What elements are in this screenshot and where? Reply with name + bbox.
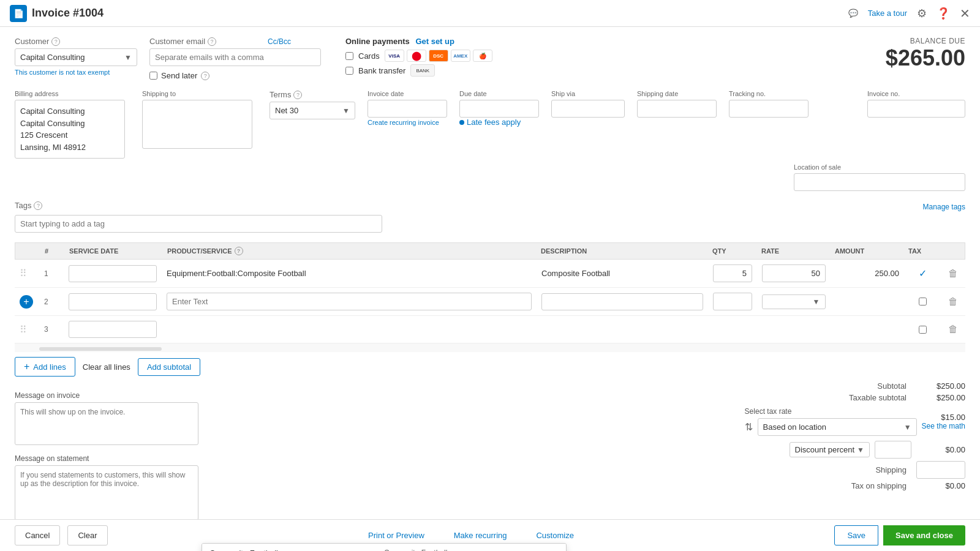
add-lines-button[interactable]: + Add lines	[15, 357, 75, 377]
th-amount: AMOUNT	[830, 247, 903, 255]
tracking-no-input[interactable]	[729, 100, 809, 118]
form-row-location: Location of sale 100 Main St., East Lans…	[15, 163, 965, 191]
row1-service-date-input[interactable]	[69, 265, 157, 282]
top-bar: 📄 Invoice #1004 💬 Take a tour ⚙ ❓ ✕	[0, 0, 980, 27]
save-and-close-button[interactable]: Save and close	[883, 525, 965, 545]
invoice-date-input[interactable]: 04/15/2021	[368, 100, 447, 118]
help-question-icon[interactable]: ❓	[937, 7, 950, 20]
discount-row: Discount percent ▼ $0.00	[720, 441, 965, 459]
th-description: DESCRIPTION	[536, 247, 707, 255]
row1-product: Equipment:Football:Composite Football	[162, 266, 537, 280]
manage-tags-link[interactable]: Manage tags	[923, 203, 965, 211]
row3-delete-icon[interactable]: 🗑	[948, 324, 958, 335]
row2-delete[interactable]: 🗑	[941, 294, 965, 310]
discount-input[interactable]	[875, 441, 911, 459]
message-on-statement-label: Message on statement	[15, 454, 211, 463]
send-later-checkbox[interactable]	[149, 72, 157, 80]
message-on-statement-section: Message on statement	[15, 454, 211, 522]
tax-rate-chevron-icon: ▼	[904, 423, 911, 432]
row3-tax[interactable]	[904, 323, 941, 336]
message-on-statement-input[interactable]	[15, 465, 198, 520]
dropdown-item-composite[interactable]: Composite Football Composite FootballEqu…	[202, 544, 566, 551]
row1-delete[interactable]: 🗑	[941, 266, 965, 282]
message-on-invoice-input[interactable]	[15, 402, 198, 445]
add-row-button[interactable]: +	[20, 295, 33, 309]
row3-tax-checkbox[interactable]	[919, 326, 927, 334]
customer-select[interactable]: Capital Consulting ▼	[15, 48, 137, 66]
row1-delete-icon[interactable]: 🗑	[948, 268, 958, 279]
customer-help-icon[interactable]: ?	[51, 37, 60, 46]
email-input[interactable]	[149, 48, 321, 66]
table-scroll[interactable]: ⠿ 1 Equipment:Football:Composite Footbal…	[15, 260, 965, 343]
row2-qty-input[interactable]	[713, 293, 752, 310]
table-scroll-bar[interactable]	[39, 347, 162, 351]
get-set-up-link[interactable]: Get set up	[415, 37, 454, 46]
row1-tax[interactable]: ✓	[904, 265, 941, 282]
shipping-date-input[interactable]	[637, 100, 717, 118]
due-date-input[interactable]: 05/15/2021	[459, 100, 539, 118]
shipping-input[interactable]	[916, 461, 965, 479]
row2-delete-icon[interactable]: 🗑	[948, 296, 958, 307]
invoice-no-input[interactable]: 1004	[867, 100, 965, 118]
take-a-tour-link[interactable]: Take a tour	[868, 9, 907, 18]
bank-transfer-checkbox[interactable]	[345, 67, 353, 75]
billing-address-box[interactable]: Capital Consulting Capital Consulting 12…	[15, 100, 125, 159]
row2-tax-checkbox[interactable]	[919, 298, 927, 305]
close-button[interactable]: ✕	[960, 6, 970, 21]
clear-all-lines-button[interactable]: Clear all lines	[80, 359, 133, 375]
row1-drag[interactable]: ⠿	[15, 265, 39, 282]
row1-qty-input[interactable]	[713, 264, 752, 282]
clear-button[interactable]: Clear	[67, 525, 107, 545]
customize-button[interactable]: Customize	[526, 526, 583, 545]
add-subtotal-button[interactable]: Add subtotal	[138, 358, 200, 376]
th-delete	[940, 247, 965, 255]
shipping-row: Shipping	[720, 461, 965, 479]
tags-input[interactable]	[15, 215, 382, 233]
row3-drag[interactable]: ⠿	[15, 321, 39, 338]
settings-icon[interactable]: ⚙	[917, 7, 927, 20]
invoice-icon: 📄	[10, 5, 27, 22]
shipping-to-label: Shipping to	[142, 90, 252, 97]
row3-delete[interactable]: 🗑	[941, 321, 965, 337]
location-of-sale-input[interactable]: 100 Main St., East Lansing, MI, 488	[794, 173, 965, 191]
invoice-date-label: Invoice date	[368, 90, 447, 97]
print-or-preview-button[interactable]: Print or Preview	[358, 526, 434, 545]
cards-checkbox[interactable]	[345, 52, 353, 60]
applepay-icon: 🍎	[473, 50, 492, 62]
terms-select[interactable]: Net 30 ▼	[270, 102, 355, 119]
not-tax-exempt[interactable]: This customer is not tax exempt	[15, 69, 137, 76]
row2-service-date-input[interactable]	[69, 293, 157, 310]
row2-rate-input[interactable]	[763, 295, 813, 309]
ship-via-input[interactable]	[551, 100, 625, 118]
see-math-link[interactable]: See the math	[922, 422, 965, 430]
discount-select[interactable]: Discount percent ▼	[790, 442, 870, 457]
save-button[interactable]: Save	[834, 525, 878, 545]
balance-due-amount: $265.00	[886, 45, 965, 71]
create-recurring-link[interactable]: Create recurring invoice	[368, 119, 447, 126]
send-later-help-icon[interactable]: ?	[201, 72, 209, 80]
row2-add[interactable]: +	[15, 293, 39, 311]
row3-service-date-input[interactable]	[69, 321, 157, 338]
drag-handle-icon: ⠿	[20, 324, 27, 335]
tax-rate-select[interactable]: Based on location ▼	[758, 418, 917, 436]
terms-help-icon[interactable]: ?	[293, 91, 302, 99]
cancel-button[interactable]: Cancel	[15, 525, 60, 545]
drag-handle-icon: ⠿	[20, 268, 27, 279]
cc-bcc-link[interactable]: Cc/Bcc	[268, 37, 291, 46]
row1-rate-input[interactable]	[762, 264, 826, 282]
bank-transfer-option: Bank transfer BANK	[345, 64, 492, 77]
row2-description-input[interactable]	[541, 293, 703, 310]
visa-icon: VISA	[385, 50, 404, 62]
email-help-icon[interactable]: ?	[208, 37, 216, 46]
tax-rate-arrows-icon[interactable]: ⇅	[745, 421, 753, 433]
product-help-icon[interactable]: ?	[235, 247, 243, 255]
tags-help-icon[interactable]: ?	[34, 201, 42, 210]
rate-chevron-icon: ▼	[813, 298, 823, 306]
row1-tax-check-icon: ✓	[919, 268, 927, 279]
row2-num: 2	[39, 295, 64, 309]
row3-description	[537, 327, 708, 332]
row2-tax[interactable]	[904, 295, 941, 308]
row2-product-input[interactable]	[167, 293, 532, 310]
shipping-to-box[interactable]	[142, 100, 252, 149]
make-recurring-button[interactable]: Make recurring	[444, 526, 517, 545]
